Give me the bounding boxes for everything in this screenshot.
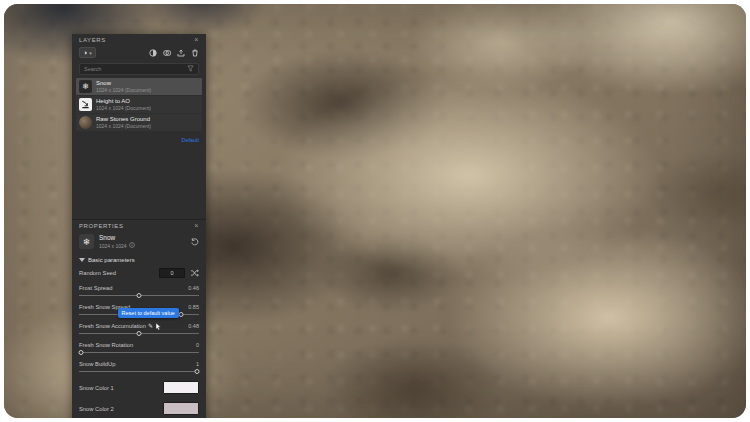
chevron-down-icon: ▾ bbox=[89, 50, 92, 56]
layer-info: 1024 x 1024 (Document) bbox=[96, 105, 151, 111]
layers-panel: LAYERS × ◑ ▾ bbox=[72, 34, 206, 219]
color-swatch[interactable] bbox=[163, 402, 199, 415]
slider-handle[interactable] bbox=[137, 331, 142, 336]
chevron-down-icon bbox=[79, 258, 85, 262]
param-label: Random Seed bbox=[79, 270, 116, 276]
layer-row-snow[interactable]: ❄ Snow 1024 x 1024 (Document) bbox=[76, 78, 202, 95]
param-label: Fresh Snow Accumulation ✎ bbox=[79, 321, 162, 331]
window-frame: LAYERS × ◑ ▾ bbox=[0, 0, 750, 422]
pen-icon: ✎ bbox=[148, 322, 153, 329]
properties-panel: PROPERTIES × ❄ Snow 1024 x 1024 bbox=[72, 219, 206, 418]
frost-spread-slider[interactable] bbox=[79, 292, 199, 299]
param-label: Snow BuildUp bbox=[79, 361, 115, 367]
section-basic-parameters[interactable]: Basic parameters bbox=[72, 255, 206, 266]
reset-tooltip: Reset to default value bbox=[118, 308, 179, 318]
material-thumbnail bbox=[79, 116, 92, 129]
slider-handle[interactable] bbox=[194, 369, 199, 374]
snow-buildup-slider[interactable] bbox=[79, 368, 199, 375]
close-icon[interactable]: × bbox=[194, 223, 199, 229]
default-link[interactable]: Default bbox=[182, 137, 199, 213]
slider-handle[interactable] bbox=[179, 312, 184, 317]
layers-panel-header: LAYERS × bbox=[72, 34, 206, 45]
param-fresh-snow-rotation: Fresh Snow Rotation 0 bbox=[72, 339, 206, 358]
properties-panel-title: PROPERTIES bbox=[79, 223, 124, 229]
layer-info: 1024 x 1024 (Document) bbox=[96, 123, 151, 129]
selected-layer-info: ❄ Snow 1024 x 1024 bbox=[72, 231, 206, 253]
layers-panel-footer: Default bbox=[72, 131, 206, 219]
half-circle-icon: ◑ bbox=[83, 49, 87, 56]
layer-search-box bbox=[79, 63, 199, 75]
layer-name: Snow bbox=[96, 80, 151, 87]
param-snow-buildup: Snow BuildUp 1 bbox=[72, 358, 206, 377]
height-to-ao-icon bbox=[79, 98, 92, 111]
param-fresh-snow-spread: Fresh Snow Spread 0.85 Reset to default … bbox=[72, 301, 206, 320]
filter-icon[interactable] bbox=[163, 49, 171, 57]
param-label: Fresh Snow Rotation bbox=[79, 342, 133, 348]
reset-undo-icon[interactable] bbox=[190, 237, 199, 247]
color-swatch[interactable] bbox=[163, 381, 199, 394]
shuffle-icon[interactable] bbox=[190, 269, 199, 278]
param-snow-color-1: Snow Color 1 bbox=[72, 377, 206, 398]
param-value: 1 bbox=[196, 361, 199, 367]
layers-toolbar-actions bbox=[149, 49, 199, 57]
param-value: 0.85 bbox=[188, 304, 199, 310]
snowflake-icon: ❄ bbox=[79, 234, 94, 249]
filter-funnel-icon[interactable] bbox=[187, 65, 194, 73]
fresh-snow-accumulation-slider[interactable] bbox=[79, 330, 199, 337]
param-label-text: Fresh Snow Accumulation bbox=[79, 323, 146, 329]
app-window: LAYERS × ◑ ▾ bbox=[4, 4, 746, 418]
info-icon[interactable] bbox=[129, 242, 135, 249]
close-icon[interactable]: × bbox=[194, 37, 199, 43]
snowflake-icon: ❄ bbox=[79, 80, 92, 93]
left-panel-column: LAYERS × ◑ ▾ bbox=[72, 34, 206, 418]
properties-panel-header: PROPERTIES × bbox=[72, 220, 206, 231]
param-snow-color-2: Snow Color 2 bbox=[72, 398, 206, 418]
view-mode-button[interactable]: ◑ ▾ bbox=[79, 47, 96, 58]
slider-handle[interactable] bbox=[79, 350, 84, 355]
layer-info: 1024 x 1024 (Document) bbox=[96, 87, 151, 93]
param-label: Snow Color 2 bbox=[79, 406, 114, 412]
selected-layer-name: Snow bbox=[99, 234, 135, 242]
export-icon[interactable] bbox=[177, 49, 185, 57]
slider-handle[interactable] bbox=[137, 293, 142, 298]
layers-toolbar: ◑ ▾ bbox=[72, 45, 206, 61]
layer-name: Raw Stones Ground bbox=[96, 116, 151, 123]
param-random-seed: Random Seed bbox=[72, 266, 206, 282]
layer-list: ❄ Snow 1024 x 1024 (Document) Height to … bbox=[72, 78, 206, 131]
fresh-snow-rotation-slider[interactable] bbox=[79, 349, 199, 356]
layers-panel-title: LAYERS bbox=[79, 37, 106, 43]
layer-name: Height to AO bbox=[96, 98, 151, 105]
param-frost-spread: Frost Spread 0.46 bbox=[72, 282, 206, 301]
section-label: Basic parameters bbox=[88, 257, 135, 263]
param-value: 0.46 bbox=[188, 285, 199, 291]
param-label: Frost Spread bbox=[79, 285, 113, 291]
layer-row-raw-stones-ground[interactable]: Raw Stones Ground 1024 x 1024 (Document) bbox=[76, 114, 202, 131]
param-value: 0 bbox=[196, 342, 199, 348]
trash-icon[interactable] bbox=[191, 49, 199, 57]
random-seed-input[interactable] bbox=[159, 268, 185, 278]
layer-row-height-to-ao[interactable]: Height to AO 1024 x 1024 (Document) bbox=[76, 96, 202, 113]
mask-icon[interactable] bbox=[149, 49, 157, 57]
size-text: 1024 x 1024 bbox=[99, 243, 127, 249]
search-input[interactable] bbox=[84, 66, 187, 72]
param-label: Snow Color 1 bbox=[79, 385, 114, 391]
selected-layer-size: 1024 x 1024 bbox=[99, 242, 135, 249]
param-value: 0.48 bbox=[188, 323, 199, 329]
param-fresh-snow-accumulation: Fresh Snow Accumulation ✎ 0.48 bbox=[72, 320, 206, 339]
